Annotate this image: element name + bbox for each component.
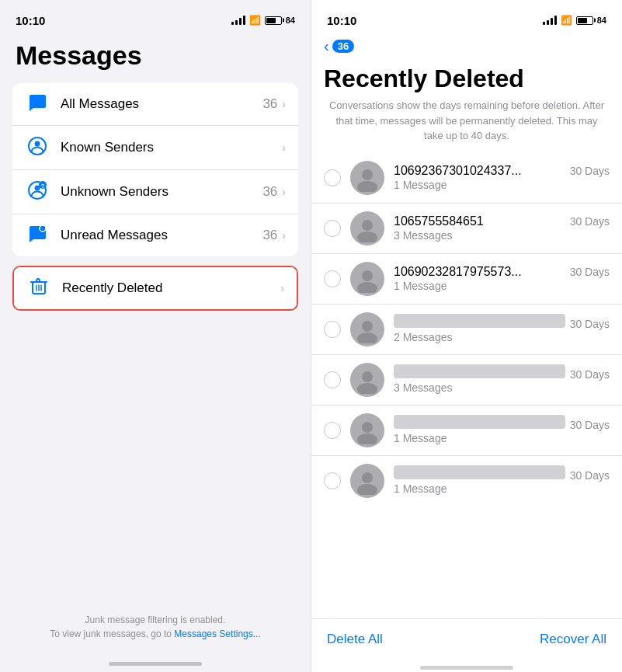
contact-name-blurred	[394, 364, 565, 378]
contact-info: 30 Days 1 Message	[394, 465, 610, 496]
contact-name-blurred	[394, 314, 565, 328]
svg-point-13	[362, 220, 373, 231]
home-indicator-left	[109, 662, 202, 666]
svg-point-20	[357, 383, 377, 394]
recently-deleted-container: Recently Deleted ›	[12, 266, 298, 311]
wifi-icon: 📶	[249, 15, 261, 26]
status-bar-left: 10:10 📶 84	[0, 0, 311, 34]
all-messages-label: All Messages	[61, 96, 262, 112]
recently-deleted-subtitle: Conversations show the days remaining be…	[311, 98, 622, 153]
sidebar-item-all-messages[interactable]: All Messages 36 ›	[12, 83, 298, 126]
svg-point-24	[357, 484, 377, 495]
days-label: 30 Days	[570, 469, 610, 482]
sidebar-item-unknown-senders[interactable]: ? Unknown Senders 36 ›	[12, 170, 298, 214]
contact-name: 1065755584651	[394, 214, 565, 228]
avatar	[350, 312, 384, 346]
recently-deleted-label: Recently Deleted	[62, 280, 280, 296]
message-count: 3 Messages	[394, 229, 452, 242]
battery-level-left: 84	[286, 16, 295, 25]
junk-notice-line1: Junk message filtering is enabled.	[85, 615, 226, 625]
avatar	[350, 464, 384, 498]
contact-list[interactable]: 10692367301024337... 30 Days 1 Message 1…	[311, 153, 622, 619]
bottom-action-bar: Delete All Recover All	[311, 618, 622, 666]
recently-deleted-title: Recently Deleted	[311, 61, 622, 98]
radio-button[interactable]	[324, 270, 341, 287]
avatar	[350, 161, 384, 195]
sidebar-item-unread-messages[interactable]: Unread Messages 36 ›	[12, 214, 298, 256]
person-circle-icon	[25, 136, 50, 159]
radio-button[interactable]	[324, 371, 341, 388]
recover-all-button[interactable]: Recover All	[540, 628, 606, 650]
avatar	[350, 211, 384, 245]
delete-all-button[interactable]: Delete All	[327, 628, 383, 650]
sidebar-item-recently-deleted[interactable]: Recently Deleted ›	[14, 267, 297, 309]
all-messages-chevron: ›	[282, 98, 286, 110]
message-count: 1 Message	[394, 280, 447, 292]
message-count: 1 Message	[394, 482, 447, 495]
svg-point-14	[357, 232, 377, 242]
days-label: 30 Days	[570, 165, 610, 177]
contact-name: 10690232817975573...	[394, 265, 565, 279]
signal-icon	[231, 16, 245, 25]
contact-row[interactable]: 1065755584651 30 Days 3 Messages	[311, 204, 622, 254]
svg-point-16	[357, 282, 377, 293]
contact-row[interactable]: 10692367301024337... 30 Days 1 Message	[311, 153, 622, 204]
avatar	[350, 413, 384, 447]
radio-button[interactable]	[324, 169, 341, 186]
radio-button[interactable]	[324, 321, 341, 338]
home-bar	[420, 666, 513, 670]
contact-row[interactable]: 30 Days 1 Message	[311, 456, 622, 506]
bubble-unread-icon	[25, 225, 50, 246]
radio-button[interactable]	[324, 220, 341, 237]
radio-button[interactable]	[324, 472, 341, 489]
person-circle-unknown-icon: ?	[25, 180, 50, 204]
message-count: 2 Messages	[394, 331, 452, 343]
contact-info: 1065755584651 30 Days 3 Messages	[394, 214, 610, 242]
back-chevron-icon: ‹	[324, 37, 329, 55]
sidebar-item-known-senders[interactable]: Known Senders ›	[12, 126, 298, 170]
left-panel: 10:10 📶 84 Messages	[0, 0, 311, 672]
days-label: 30 Days	[570, 215, 610, 228]
radio-button[interactable]	[324, 422, 341, 439]
days-label: 30 Days	[570, 318, 610, 330]
back-button[interactable]: ‹ 36	[324, 37, 354, 55]
contact-name-blurred	[394, 415, 565, 429]
bubble-icon	[25, 93, 50, 115]
contact-row[interactable]: 30 Days 1 Message	[311, 406, 622, 456]
back-badge: 36	[332, 40, 354, 53]
svg-point-19	[362, 371, 373, 382]
home-indicator-right	[311, 666, 622, 672]
junk-settings-link[interactable]: Messages Settings...	[174, 628, 260, 639]
battery-level-right: 84	[597, 16, 606, 25]
svg-point-21	[362, 422, 373, 433]
contact-row[interactable]: 30 Days 3 Messages	[311, 355, 622, 406]
all-messages-count: 36	[262, 96, 277, 112]
contact-info: 30 Days 3 Messages	[394, 364, 610, 395]
avatar	[350, 262, 384, 296]
time-left: 10:10	[16, 14, 45, 27]
svg-point-11	[362, 169, 373, 180]
contact-row[interactable]: 30 Days 2 Messages	[311, 305, 622, 355]
days-label: 30 Days	[570, 266, 610, 278]
svg-point-15	[362, 270, 373, 281]
avatar	[350, 363, 384, 397]
status-bar-right: 10:10 📶 84	[311, 0, 622, 34]
svg-point-1	[35, 141, 40, 147]
svg-text:?: ?	[41, 183, 45, 190]
status-icons-left: 📶 84	[231, 15, 295, 26]
known-senders-chevron: ›	[282, 141, 286, 154]
unread-messages-label: Unread Messages	[61, 228, 262, 243]
message-count: 3 Messages	[394, 381, 452, 394]
contact-name-blurred	[394, 465, 565, 479]
page-title-left: Messages	[0, 34, 311, 83]
contact-info: 10690232817975573... 30 Days 1 Message	[394, 265, 610, 293]
message-count: 1 Message	[394, 432, 447, 444]
svg-point-23	[362, 472, 373, 483]
wifi-icon-right: 📶	[561, 15, 572, 26]
unknown-senders-label: Unknown Senders	[61, 184, 262, 200]
contact-info: 30 Days 1 Message	[394, 415, 610, 445]
contact-row[interactable]: 10690232817975573... 30 Days 1 Message	[311, 254, 622, 305]
status-icons-right: 📶 84	[543, 15, 606, 26]
nav-bar: ‹ 36	[311, 34, 622, 61]
junk-notice: Junk message filtering is enabled. To vi…	[0, 613, 311, 641]
